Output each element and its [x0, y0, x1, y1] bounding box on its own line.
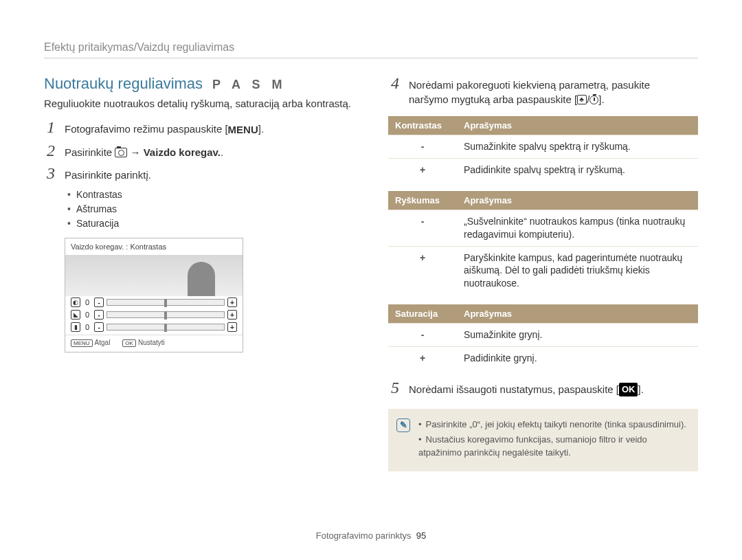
table-contrast: KontrastasAprašymas -Sumažinkite spalvų … — [388, 116, 698, 181]
macro-icon — [577, 95, 587, 104]
mode-badges: P A S M — [212, 78, 286, 92]
plus-button[interactable]: + — [227, 310, 237, 320]
plus-button[interactable]: + — [227, 322, 237, 332]
ok-button-label: OK — [619, 383, 638, 396]
panel-title: Vaizdo koregav. : Kontrastas — [65, 238, 243, 255]
note-item: Nustačius koregavimo funkcijas, sumanioj… — [418, 434, 687, 458]
table-sharpness: RyškumasAprašymas -„Sušvelninkite“ nuotr… — [388, 191, 698, 295]
step-2-text: Pasirinkite → Vaizdo koregav.. — [65, 142, 223, 159]
bullet-item: Saturacija — [67, 216, 354, 231]
step-number-2: 2 — [44, 142, 58, 159]
table-saturation: SaturacijaAprašymas -Sumažinkite grynį. … — [388, 304, 698, 370]
slider-bar[interactable] — [106, 299, 225, 306]
minus-button[interactable]: - — [94, 310, 104, 320]
right-column: 4 Norėdami pakoreguoti kiekvieną paramet… — [388, 75, 698, 471]
step-3-text: Pasirinkite parinktį. — [65, 165, 151, 182]
step-5-text: Norėdami išsaugoti nustatymus, paspauski… — [409, 379, 644, 396]
slider-bar[interactable] — [106, 311, 225, 318]
note-icon: ✎ — [396, 418, 410, 432]
bullet-item: Kontrastas — [67, 188, 354, 202]
step-4-text: Norėdami pakoreguoti kiekvieną parametrą… — [409, 75, 650, 107]
slider-contrast: ◐ 0 - + — [65, 296, 243, 309]
section-title: Nuotraukų reguliavimas — [44, 75, 203, 93]
note-box: ✎ Pasirinkite „0“, jei jokių efektų taik… — [388, 409, 698, 471]
sat-icon: ▮ — [71, 322, 80, 332]
back-control[interactable]: MENUAtgal — [71, 339, 110, 347]
slider-sharpness: ◣ 0 - + — [65, 309, 243, 321]
reset-control[interactable]: OKNustatyti — [122, 339, 164, 347]
minus-button[interactable]: - — [94, 322, 104, 332]
option-bullets: Kontrastas Aštrumas Saturacija — [67, 188, 354, 231]
step-number-3: 3 — [44, 165, 58, 181]
step-number-5: 5 — [388, 379, 402, 396]
slider-bar[interactable] — [106, 324, 225, 331]
menu-button-label: MENU — [228, 122, 258, 137]
contrast-icon: ◐ — [71, 298, 80, 307]
timer-icon — [589, 96, 598, 104]
step-number-1: 1 — [44, 119, 58, 135]
page-footer: Fotografavimo parinktys 95 — [0, 530, 742, 541]
plus-button[interactable]: + — [227, 298, 237, 307]
intro-text: Reguliuokite nuotraukos detalių ryškumą,… — [44, 97, 354, 111]
left-column: Nuotraukų reguliavimas P A S M Reguliuok… — [44, 75, 354, 471]
step-number-4: 4 — [388, 75, 402, 91]
note-item: Pasirinkite „0“, jei jokių efektų taikyt… — [418, 418, 687, 431]
breadcrumb-header: Efektų pritaikymas/Vaizdų reguliavimas — [44, 41, 698, 58]
slider-saturation: ▮ 0 - + — [65, 321, 243, 333]
step-1-text: Fotografavimo režimu paspauskite [MENU]. — [65, 119, 264, 137]
bullet-item: Aštrumas — [67, 202, 354, 216]
sharp-icon: ◣ — [71, 310, 80, 320]
panel-photo — [65, 255, 243, 296]
camera-preview-panel: Vaizdo koregav. : Kontrastas ◐ 0 - + ◣ 0… — [65, 238, 243, 352]
camera-icon — [115, 148, 127, 157]
minus-button[interactable]: - — [94, 298, 104, 307]
